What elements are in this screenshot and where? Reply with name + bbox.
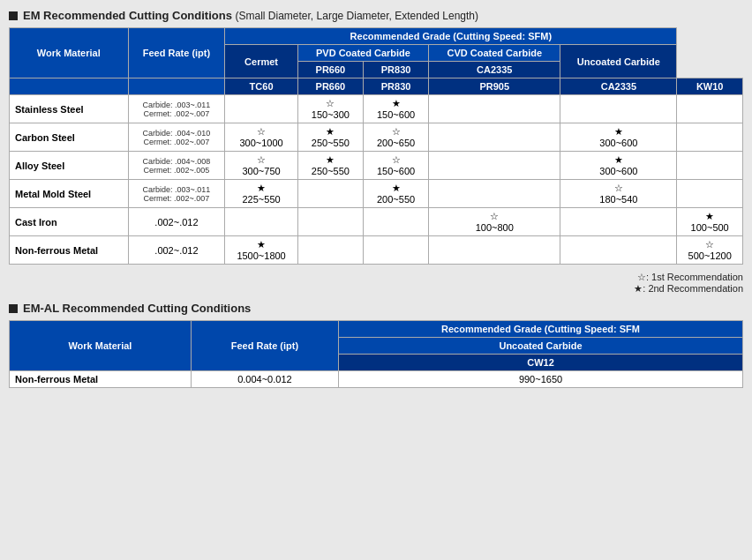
ca2335-alloy: ★300~600 [560, 152, 677, 180]
pr660-carbon: ★250~550 [297, 123, 363, 152]
title-square-icon2 [9, 304, 18, 313]
feed-castiron: .002~.012 [128, 208, 225, 236]
feed-nonferrous: .002~.012 [128, 236, 225, 265]
legend-filled: ★: 2nd Recommendation [634, 283, 743, 294]
table-row: Non-ferrous Metal 0.004~0.012 990~1650 [10, 371, 743, 388]
kw10-nonferrous: ☆500~1200 [677, 236, 743, 265]
table-row: Cast Iron .002~.012 ☆100~800 ★100~500 [10, 208, 743, 236]
col-uncoated: Uncoated Carbide [560, 45, 677, 78]
col-pr905: PR905 [429, 78, 560, 95]
col-pr830-sub: PR830 [363, 78, 428, 95]
material-mold: Metal Mold Steel [10, 180, 129, 208]
kw10-stainless [677, 95, 743, 123]
table-row: Alloy Steel Carbide: .004~.008 Cermet: .… [10, 152, 743, 180]
pr660-nonferrous [297, 236, 363, 265]
feed-mold: Carbide: .003~.011 Cermet: .002~.007 [128, 180, 225, 208]
section1-title-text: EM Recommended Cutting Conditions (Small… [23, 9, 478, 22]
section1-table: Work Material Feed Rate (ipt) Recommende… [9, 27, 743, 265]
tc60-stainless [225, 95, 297, 123]
material-stainless: Stainless Steel [10, 95, 129, 123]
title-square-icon [9, 11, 18, 20]
col2-work-material: Work Material [10, 321, 192, 371]
pr905-castiron: ☆100~800 [429, 208, 560, 236]
col-work-material: Work Material [10, 28, 129, 78]
legend-outline: ☆: 1st Recommendation [637, 272, 743, 282]
ca2335-castiron [560, 208, 677, 236]
col-pvd: PVD Coated Carbide [297, 45, 428, 62]
table-row: Non-ferrous Metal .002~.012 ★1500~1800 ☆… [10, 236, 743, 265]
col-feed-rate-sub [128, 78, 225, 95]
pr905-carbon [429, 123, 560, 152]
col2-cw12: CW12 [339, 355, 743, 371]
kw10-castiron: ★100~500 [677, 208, 743, 236]
pr660-stainless: ☆150~300 [297, 95, 363, 123]
pr830-alloy: ☆150~600 [363, 152, 428, 180]
title-subtitle: (Small Diameter, Large Diameter, Extende… [236, 10, 478, 22]
pr660-alloy: ★250~550 [297, 152, 363, 180]
tc60-alloy: ☆300~750 [225, 152, 297, 180]
col-pr660: PR660 [297, 62, 363, 78]
pr830-stainless: ★150~600 [363, 95, 428, 123]
section2-title: EM-AL Recommended Cutting Conditions [9, 302, 743, 315]
col2-feed-rate: Feed Rate (ipt) [191, 321, 338, 371]
title-main: EM Recommended Cutting Conditions [23, 9, 232, 22]
col-pr660-sub: PR660 [297, 78, 363, 95]
col-ca2335: CA2335 [429, 62, 560, 78]
pr830-castiron [363, 208, 428, 236]
tc60-castiron [225, 208, 297, 236]
ca2335-mold: ☆180~540 [560, 180, 677, 208]
tc60-nonferrous: ★1500~1800 [225, 236, 297, 265]
feed-stainless: Carbide: .003~.011 Cermet: .002~.007 [128, 95, 225, 123]
pr830-carbon: ☆200~650 [363, 123, 428, 152]
pr905-mold [429, 180, 560, 208]
pr660-castiron [297, 208, 363, 236]
pr830-mold: ★200~550 [363, 180, 428, 208]
material-castiron: Cast Iron [10, 208, 129, 236]
material-alloy: Alloy Steel [10, 152, 129, 180]
feed-carbon: Carbide: .004~.010 Cermet: .002~.007 [128, 123, 225, 152]
col-kw10: KW10 [677, 78, 743, 95]
pr905-stainless [429, 95, 560, 123]
kw10-mold [677, 180, 743, 208]
col-tc60: TC60 [225, 78, 297, 95]
section2-title-text: EM-AL Recommended Cutting Conditions [23, 302, 251, 315]
ca2335-stainless [560, 95, 677, 123]
material2-nonferrous: Non-ferrous Metal [10, 371, 192, 388]
pr905-alloy [429, 152, 560, 180]
pr905-nonferrous [429, 236, 560, 265]
material-nonferrous: Non-ferrous Metal [10, 236, 129, 265]
col2-recommended: Recommended Grade (Cutting Speed: SFM [339, 321, 743, 338]
pr660-mold [297, 180, 363, 208]
col-work-material-sub [10, 78, 129, 95]
tc60-carbon: ☆300~1000 [225, 123, 297, 152]
tc60-mold: ★225~550 [225, 180, 297, 208]
kw10-carbon [677, 123, 743, 152]
section2-table: Work Material Feed Rate (ipt) Recommende… [9, 320, 743, 388]
table-row: Metal Mold Steel Carbide: .003~.011 Cerm… [10, 180, 743, 208]
col-cvd: CVD Coated Carbide [429, 45, 560, 62]
recommended-grade-header: Recommended Grade (Cutting Speed: SFM) [225, 28, 677, 45]
kw10-alloy [677, 152, 743, 180]
table-row: Carbon Steel Carbide: .004~.010 Cermet: … [10, 123, 743, 152]
feed2-nonferrous: 0.004~0.012 [191, 371, 338, 388]
cw12-nonferrous: 990~1650 [339, 371, 743, 388]
col-cermet: Cermet [225, 45, 297, 78]
ca2335-carbon: ★300~600 [560, 123, 677, 152]
material-carbon: Carbon Steel [10, 123, 129, 152]
col-pr830: PR830 [363, 62, 428, 78]
pr830-nonferrous [363, 236, 428, 265]
ca2335-nonferrous [560, 236, 677, 265]
legend: ☆: 1st Recommendation ★: 2nd Recommendat… [9, 272, 743, 295]
feed-alloy: Carbide: .004~.008 Cermet: .002~.005 [128, 152, 225, 180]
table-row: Stainless Steel Carbide: .003~.011 Cerme… [10, 95, 743, 123]
section1-title: EM Recommended Cutting Conditions (Small… [9, 9, 743, 22]
col2-uncoated: Uncoated Carbide [339, 338, 743, 355]
col-ca2335-sub: CA2335 [560, 78, 677, 95]
col-feed-rate: Feed Rate (ipt) [128, 28, 225, 78]
